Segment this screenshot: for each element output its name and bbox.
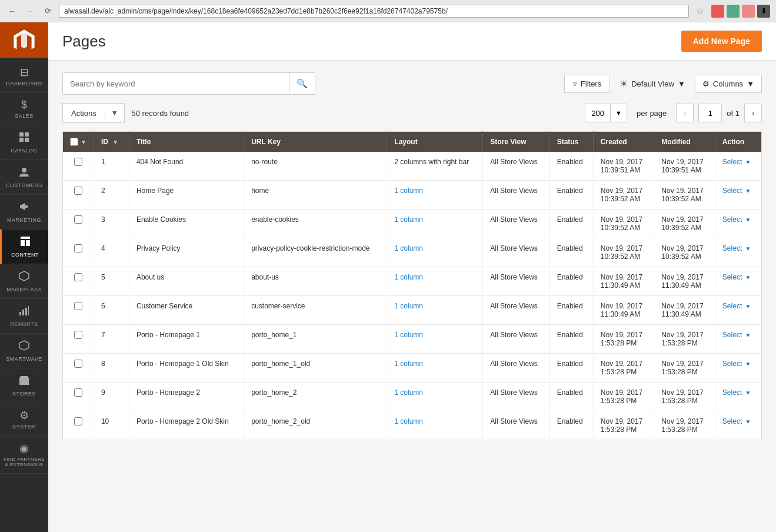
layout-link[interactable]: 1 column [394,388,423,397]
sidebar-item-mageplaza[interactable]: MAGEPLAZA [0,264,48,299]
th-created[interactable]: Created [593,132,654,152]
row-store-view: All Store Views [483,354,549,383]
action-select-arrow[interactable]: ▼ [745,274,751,281]
sidebar-item-dashboard[interactable]: ⊟ DASHBOARD [0,60,48,93]
default-view-selector[interactable]: ☀ Default View ▼ [620,78,685,89]
action-select-button[interactable]: Select [722,158,742,166]
layout-link[interactable]: 1 column [394,187,423,195]
th-url-key[interactable]: URL Key [244,132,387,152]
sidebar-item-sales[interactable]: $ SALES [0,93,48,125]
select-all-checkbox[interactable] [70,138,78,146]
sidebar-item-content[interactable]: CONTENT [0,230,48,264]
action-select-arrow[interactable]: ▼ [745,159,751,165]
reload-button[interactable]: ⟳ [41,5,54,18]
next-page-button[interactable]: › [744,104,762,122]
action-select-button[interactable]: Select [722,273,742,281]
row-layout: 1 column [387,210,483,238]
action-select-button[interactable]: Select [722,388,742,397]
forward-button[interactable]: → [24,5,36,18]
sidebar-item-reports[interactable]: REPORTS [0,299,48,334]
action-select-button[interactable]: Select [722,187,742,195]
row-layout: 1 column [387,267,483,296]
row-checkbox[interactable] [74,302,82,310]
row-checkbox[interactable] [74,158,82,166]
row-status: Enabled [549,238,593,267]
page-title: Pages [62,32,106,51]
sidebar-item-system[interactable]: ⚙ SYSTEM [0,403,48,436]
th-layout[interactable]: Layout [387,132,483,152]
layout-link[interactable]: 1 column [394,273,423,281]
th-modified[interactable]: Modified [654,132,715,152]
sidebar-item-smartwave[interactable]: SMARTWAVE [0,334,48,368]
row-checkbox[interactable] [74,244,82,252]
row-created: Nov 19, 201710:39:51 AM [593,152,654,181]
th-title[interactable]: Title [129,132,244,152]
layout-link[interactable]: 1 column [394,331,423,339]
filters-button[interactable]: ▿ Filters [564,75,610,93]
sidebar-item-catalog[interactable]: CATALOG [0,125,48,160]
action-select-button[interactable]: Select [722,302,742,310]
row-store-view: All Store Views [483,181,549,210]
prev-page-button[interactable]: ‹ [676,104,694,122]
table-header-row: ▼ ID ▼ Title URL Key Layout Store View S… [63,132,762,152]
filters-right: ▿ Filters ☀ Default View ▼ ⚙ Columns ▼ [564,75,762,93]
action-select-button[interactable]: Select [722,360,742,368]
layout-link[interactable]: 1 column [394,360,423,368]
row-checkbox[interactable] [74,215,82,224]
row-modified: Nov 19, 201710:39:51 AM [654,152,715,181]
th-status[interactable]: Status [549,132,593,152]
layout-link[interactable]: 1 column [394,215,423,224]
page-number-input[interactable] [698,104,722,122]
bookmark-icon[interactable]: ☆ [696,5,704,16]
action-select-arrow[interactable]: ▼ [745,188,751,194]
row-checkbox[interactable] [74,331,82,339]
row-action: Select ▼ [715,267,761,296]
per-page-dropdown-arrow[interactable]: ▼ [610,104,627,122]
sidebar-item-partners[interactable]: ◉ FIND PARTNERS & EXTENSIONS [0,436,48,474]
row-checkbox[interactable] [74,388,82,397]
action-select-arrow[interactable]: ▼ [745,245,751,252]
url-bar[interactable] [59,5,689,18]
actions-dropdown-arrow[interactable]: ▼ [105,109,124,117]
add-new-page-button[interactable]: Add New Page [681,31,762,52]
row-store-view: All Store Views [483,267,549,296]
layout-link[interactable]: 1 column [394,302,423,310]
svg-rect-12 [19,312,21,315]
row-checkbox[interactable] [74,360,82,368]
sidebar-item-label: SALES [15,113,34,119]
checkbox-dropdown-arrow[interactable]: ▼ [81,139,86,145]
row-id: 10 [94,411,129,440]
sidebar-item-stores[interactable]: STORES [0,368,48,403]
action-select-button[interactable]: Select [722,417,742,425]
row-checkbox[interactable] [74,187,82,195]
action-select-button[interactable]: Select [722,215,742,224]
action-select-arrow[interactable]: ▼ [745,418,751,425]
layout-link[interactable]: 1 column [394,417,423,425]
search-button[interactable]: 🔍 [289,73,315,94]
actions-label: Actions [63,109,105,118]
row-checkbox[interactable] [74,417,82,425]
th-id[interactable]: ID ▼ [94,132,129,152]
th-store-view[interactable]: Store View [483,132,549,152]
sidebar-item-marketing[interactable]: MARKETING [0,195,48,230]
action-select-button[interactable]: Select [722,331,742,339]
row-status: Enabled [549,152,593,181]
sidebar-item-customers[interactable]: CUSTOMERS [0,160,48,195]
smartwave-icon [18,340,30,354]
back-button[interactable]: ← [6,5,19,18]
table-row: 6 Customer Service customer-service 1 co… [63,296,762,325]
row-checkbox[interactable] [74,273,82,281]
action-select-arrow[interactable]: ▼ [745,332,751,338]
svg-rect-8 [21,237,30,239]
columns-button[interactable]: ⚙ Columns ▼ [695,75,762,93]
svg-rect-4 [19,138,24,142]
action-select-arrow[interactable]: ▼ [745,361,751,367]
search-input[interactable] [63,79,289,88]
layout-link[interactable]: 1 column [394,244,423,252]
action-select-arrow[interactable]: ▼ [745,303,751,310]
sidebar-logo[interactable] [0,22,48,58]
action-select-button[interactable]: Select [722,244,742,252]
action-select-arrow[interactable]: ▼ [745,217,751,223]
action-select-arrow[interactable]: ▼ [745,390,751,396]
content-area: 🔍 ▿ Filters ☀ Default View ▼ ⚙ Columns [48,61,776,452]
